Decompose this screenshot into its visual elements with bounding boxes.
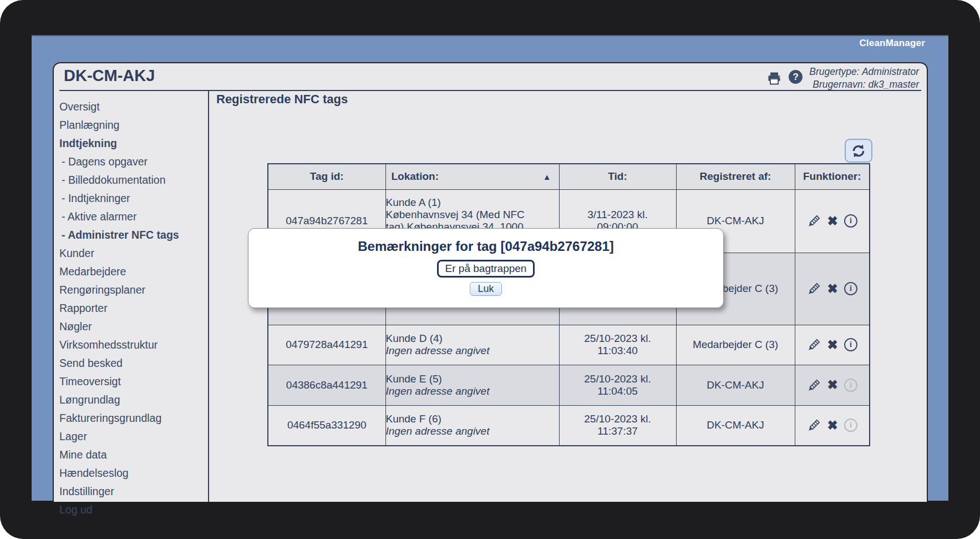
sidebar-item[interactable]: Nøgler <box>54 318 208 336</box>
refresh-icon <box>850 143 867 159</box>
modal-title: Bemærkninger for tag [047a94b2767281] <box>248 239 723 254</box>
lokation-cell: Kunde F (6)Ingen adresse angivet <box>385 405 559 446</box>
section-title: Registrerede NFC tags <box>216 92 348 107</box>
sidebar-item[interactable]: Rapporter <box>54 299 208 318</box>
note-text-box: Er på bagtrappen <box>437 260 535 278</box>
tid-cell: 25/10-2023 kl.11:03:40 <box>559 325 676 365</box>
registreret-af-cell: DK-CM-AKJ <box>676 365 795 405</box>
sidebar-item[interactable]: Medarbejdere <box>54 263 208 281</box>
edit-icon[interactable] <box>807 337 821 352</box>
close-button[interactable]: Luk <box>470 282 501 296</box>
edit-icon[interactable] <box>807 214 821 228</box>
tag-id-cell: 0464f55a331290 <box>268 405 385 446</box>
lokation-cell: Kunde D (4)Ingen adresse angivet <box>385 325 559 365</box>
info-icon[interactable]: i <box>844 214 857 228</box>
column-header[interactable]: Lokation:▲ <box>385 164 559 189</box>
sidebar-item[interactable]: Kunder <box>54 244 208 263</box>
table-row: 0479728a441291Kunde D (4)Ingen adresse a… <box>268 325 870 365</box>
refresh-button[interactable] <box>845 139 872 163</box>
user-name-label: Brugernavn: dk3_master <box>809 78 919 91</box>
sidebar-item[interactable]: Oversigt <box>54 98 208 116</box>
brand-logo: CleanManager <box>859 38 925 49</box>
sidebar-item[interactable]: Mine data <box>54 446 208 464</box>
table-header-row: Tag id:Lokation:▲Tid:Registreret af:Funk… <box>268 164 870 189</box>
sidebar-item[interactable]: - Aktive alarmer <box>54 208 208 226</box>
delete-icon[interactable]: ✖ <box>827 215 838 228</box>
sidebar-item[interactable]: Timeoversigt <box>54 372 208 391</box>
app-header: DK-CM-AKJ ? Brugertype: Administrator <box>59 63 921 91</box>
sidebar-item[interactable]: - Indtjekninger <box>54 189 208 208</box>
sort-asc-icon: ▲ <box>543 172 551 182</box>
sidebar-item[interactable]: Løngrundlag <box>54 391 208 409</box>
tag-id-cell: 04386c8a441291 <box>268 365 385 405</box>
sidebar-item[interactable]: Virksomhedsstruktur <box>54 336 208 354</box>
user-type-label: Brugertype: Administrator <box>809 66 919 78</box>
edit-icon[interactable] <box>807 378 821 392</box>
info-icon[interactable]: i <box>844 419 857 432</box>
sidebar-item[interactable]: - Administrer NFC tags <box>54 226 208 244</box>
tid-cell: 25/10-2023 kl.11:37:37 <box>559 405 676 446</box>
device-frame: CleanManager DK-CM-AKJ ? Brug <box>0 0 980 539</box>
edit-icon[interactable] <box>807 281 821 296</box>
edit-icon[interactable] <box>807 418 821 432</box>
column-header[interactable]: Tid: <box>559 164 676 189</box>
delete-icon[interactable]: ✖ <box>827 379 838 391</box>
lokation-cell: Kunde E (5)Ingen adresse angivet <box>385 365 559 405</box>
sidebar-item[interactable]: Lager <box>54 427 208 446</box>
page-title: DK-CM-AKJ <box>64 67 155 85</box>
sidebar-item[interactable]: Indtjekning <box>54 134 208 153</box>
column-header[interactable]: Registreret af: <box>676 164 795 189</box>
sidebar-item[interactable]: Planlægning <box>54 116 208 134</box>
sidebar-item[interactable]: Faktureringsgrundlag <box>54 409 208 427</box>
funktioner-cell: ✖i <box>795 189 870 253</box>
column-header-label: Lokation: <box>392 170 439 183</box>
notes-modal: Bemærkninger for tag [047a94b2767281] Er… <box>248 228 724 308</box>
help-icon[interactable]: ? <box>789 70 803 84</box>
info-icon[interactable]: i <box>844 338 857 351</box>
registreret-af-cell: Medarbejder C (3) <box>676 325 795 365</box>
column-header[interactable]: Tag id: <box>268 164 385 189</box>
info-icon[interactable]: i <box>844 282 857 295</box>
table-row: 0464f55a331290Kunde F (6)Ingen adresse a… <box>268 405 870 446</box>
tag-id-cell: 0479728a441291 <box>268 325 385 365</box>
funktioner-cell: ✖i <box>795 253 870 325</box>
sidebar: OversigtPlanlægningIndtjekning- Dagens o… <box>54 91 209 502</box>
user-info: Brugertype: Administrator Brugernavn: dk… <box>809 66 919 91</box>
column-header[interactable]: Funktioner: <box>795 164 870 189</box>
sidebar-item[interactable]: Hændelseslog <box>54 464 208 482</box>
sidebar-item[interactable]: Log ud <box>54 501 208 519</box>
funktioner-cell: ✖i <box>795 325 870 365</box>
sidebar-item[interactable]: - Dagens opgaver <box>54 153 208 171</box>
delete-icon[interactable]: ✖ <box>827 419 838 432</box>
sidebar-item[interactable]: Send besked <box>54 354 208 372</box>
funktioner-cell: ✖i <box>795 365 870 405</box>
funktioner-cell: ✖i <box>795 405 870 446</box>
sidebar-item[interactable]: Rengøringsplaner <box>54 281 208 299</box>
registreret-af-cell: DK-CM-AKJ <box>676 405 795 446</box>
sidebar-item[interactable]: - Billeddokumentation <box>54 171 208 189</box>
delete-icon[interactable]: ✖ <box>827 283 838 295</box>
info-icon[interactable]: i <box>844 379 857 392</box>
delete-icon[interactable]: ✖ <box>827 339 838 351</box>
printer-icon[interactable] <box>766 70 782 88</box>
tid-cell: 25/10-2023 kl.11:04:05 <box>559 365 676 405</box>
sidebar-item[interactable]: Indstillinger <box>54 482 208 501</box>
table-row: 04386c8a441291Kunde E (5)Ingen adresse a… <box>268 365 870 405</box>
